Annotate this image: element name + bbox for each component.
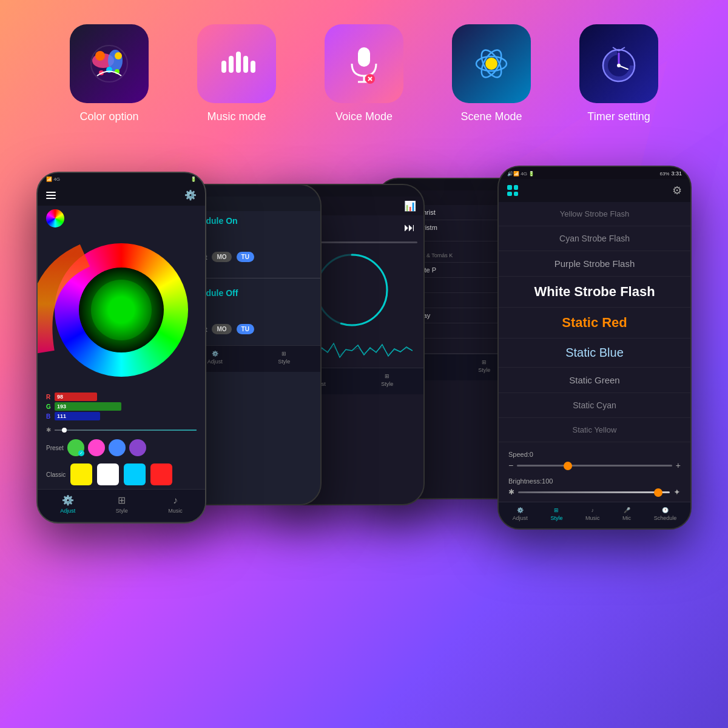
phone-color-option: 📶 4G 🔋 ⚙️ <box>36 172 206 524</box>
color-wheel-inner <box>91 280 152 340</box>
music-mode-icon-box <box>197 24 276 103</box>
p3-style-icon: ⊞ <box>385 373 389 379</box>
p5-mic-icon: 🎤 <box>624 507 630 513</box>
p1-nav-style[interactable]: ⊞ Style <box>116 494 128 514</box>
color-orb[interactable] <box>46 209 64 228</box>
p5-adjust-icon: ⚙️ <box>517 507 524 513</box>
svg-point-10 <box>95 51 105 61</box>
p5-time: 3:31 <box>671 170 682 177</box>
preset-dot-3[interactable] <box>109 439 126 456</box>
scene-mode-icon-box <box>452 24 531 103</box>
speed-label: Speed:0 <box>508 451 681 458</box>
phone-style-list: 🔊📶 4G 🔋 63% 3:31 ⚙ Yellow Strobe Flash C… <box>497 166 692 530</box>
brightness-track2[interactable]: ✱ ✦ <box>508 487 681 497</box>
style-item-7[interactable]: Static Cyan <box>499 393 690 418</box>
icon-item-color-option[interactable]: Color option <box>70 24 149 123</box>
p5-battery: 63% <box>659 171 669 177</box>
speed-plus-icon[interactable]: + <box>676 460 681 470</box>
brightness-low-icon: ✱ <box>508 488 514 496</box>
p3-nav-style[interactable]: ⊞ Style <box>381 373 393 387</box>
icon-item-timer-setting[interactable]: Timer setting <box>579 24 658 123</box>
p5-brightness-section: Brightness:100 ✱ ✦ <box>499 475 690 502</box>
svg-point-35 <box>617 64 621 67</box>
classic-row: Classic <box>38 460 205 489</box>
p5-nav-bar: ⚙️ Adjust ⊞ Style ♪ Music 🎤 Mic 🕐 Schedu… <box>499 502 690 528</box>
timer-setting-label: Timer setting <box>587 110 650 123</box>
day-tu-1[interactable]: TU <box>237 252 254 262</box>
brightness-thumb2 <box>654 488 662 497</box>
p2-nav-adjust[interactable]: ⚙️ Adjust <box>207 351 223 365</box>
p2-nav-style[interactable]: ⊞ Style <box>278 351 290 365</box>
p5-nav-mic[interactable]: 🎤 Mic <box>622 507 631 521</box>
icon-item-music-mode[interactable]: Music mode <box>197 24 276 123</box>
p1-nav-music[interactable]: ♪ Music <box>168 495 183 514</box>
color-wheel[interactable] <box>55 243 188 377</box>
p2-adjust-icon: ⚙️ <box>212 351 218 357</box>
p4-style-icon: ⊞ <box>482 359 487 365</box>
preset-dot-1[interactable] <box>67 439 84 456</box>
style-item-2[interactable]: Purple Strobe Flash <box>499 251 690 277</box>
top-icons-section: Color option Music mode <box>0 0 728 135</box>
style-item-1[interactable]: Cyan Strobe Flash <box>499 226 690 251</box>
classic-red[interactable] <box>150 463 172 485</box>
p5-grid-icon[interactable] <box>507 185 518 196</box>
p1-header: ⚙️ <box>38 184 205 206</box>
speed-thumb <box>564 462 572 470</box>
speed-minus-icon[interactable]: − <box>508 460 513 470</box>
svg-rect-15 <box>221 61 226 73</box>
preset-dot-4[interactable] <box>129 439 146 456</box>
icon-item-voice-mode[interactable]: Voice Mode <box>325 24 403 123</box>
skip-icon[interactable]: ⏭ <box>404 221 415 234</box>
style-item-4[interactable]: Static Red <box>499 308 690 339</box>
p2-style-icon: ⊞ <box>281 351 286 357</box>
day-mo-1[interactable]: MO <box>212 252 231 262</box>
classic-cyan[interactable] <box>124 463 146 485</box>
sliders-icon[interactable]: ⚙️ <box>184 189 197 201</box>
p5-nav-adjust[interactable]: ⚙️ Adjust <box>513 507 528 521</box>
classic-yellow[interactable] <box>70 463 92 485</box>
style-item-6[interactable]: Static Green <box>499 368 690 393</box>
brightness-label: Brightness:100 <box>508 477 681 485</box>
scene-mode-label: Scene Mode <box>460 110 522 123</box>
brightness-high-icon: ✦ <box>673 487 681 497</box>
style-item-5[interactable]: Static Blue <box>499 339 690 368</box>
style-icon: ⊞ <box>118 494 126 506</box>
color-wheel-area[interactable] <box>38 231 205 389</box>
rgb-values: R 98 G 193 B 111 <box>38 389 205 424</box>
day-tu-2[interactable]: TU <box>237 324 254 334</box>
g-bar: 193 <box>55 402 121 411</box>
brightness-bar[interactable] <box>518 491 670 493</box>
speed-track[interactable]: − + <box>508 460 681 470</box>
icon-item-scene-mode[interactable]: Scene Mode <box>452 24 531 123</box>
p1-nav-bar: ⚙️ Adjust ⊞ Style ♪ Music <box>38 489 205 521</box>
r-bar: 98 <box>55 393 97 401</box>
p5-nav-schedule[interactable]: 🕐 Schedule <box>654 507 677 521</box>
p5-speed-section: Speed:0 − + <box>499 446 690 475</box>
p1-status-bar: 📶 4G 🔋 <box>38 173 205 184</box>
preset-dot-2[interactable] <box>88 439 105 456</box>
classic-white[interactable] <box>97 463 119 485</box>
hamburger-icon[interactable] <box>46 192 56 199</box>
day-mo-2[interactable]: MO <box>212 324 231 334</box>
style-item-3[interactable]: White Strobe Flash <box>499 277 690 308</box>
speed-bar[interactable] <box>517 465 672 467</box>
preset-label: Preset <box>46 445 64 451</box>
p5-nav-style[interactable]: ⊞ Style <box>550 507 562 521</box>
classic-label: Classic <box>46 471 66 478</box>
p5-gear-icon[interactable]: ⚙ <box>672 184 682 197</box>
timer-setting-icon-box <box>579 24 658 103</box>
svg-point-11 <box>115 52 122 59</box>
r-label: R <box>46 394 52 400</box>
p4-nav-style[interactable]: ⊞ Style <box>478 359 490 373</box>
b-bar: 111 <box>55 412 100 420</box>
brightness-track[interactable] <box>55 430 197 431</box>
p1-nav-adjust[interactable]: ⚙️ Adjust <box>60 494 75 514</box>
color-option-label: Color option <box>79 110 138 123</box>
p5-nav-music[interactable]: ♪ Music <box>585 507 600 521</box>
style-item-8[interactable]: Static Yellow <box>499 418 690 442</box>
phones-area: 📶 4G 🔋 ⚙️ <box>0 135 728 681</box>
g-label: G <box>46 403 52 410</box>
music-mode-label: Music mode <box>207 110 266 123</box>
style-item-0[interactable]: Yellow Strobe Flash <box>499 202 690 226</box>
circular-progress <box>312 251 391 329</box>
